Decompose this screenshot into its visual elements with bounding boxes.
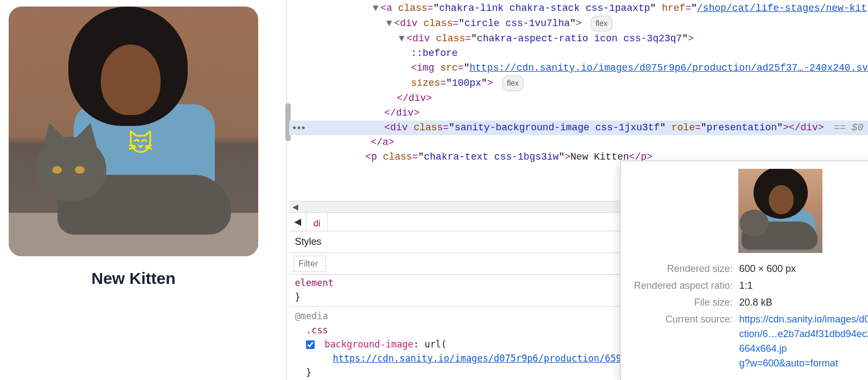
dom-close-div[interactable]: </div> xyxy=(289,106,868,121)
tab-styles[interactable]: Styles xyxy=(293,231,322,252)
twisty-icon[interactable]: ▼ xyxy=(371,1,380,16)
dom-close-div[interactable]: </div> xyxy=(289,91,868,106)
dom-node-div-aspect[interactable]: ▼<div class="chakra-aspect-ratio icon cs… xyxy=(289,31,868,46)
twisty-icon[interactable]: ▼ xyxy=(397,31,406,46)
label-rendered-size: Rendered size: xyxy=(630,261,736,277)
source-url-link[interactable]: https://cdn.sanity.io/images/d075r9p6/pr… xyxy=(739,314,868,369)
value-current-source[interactable]: https://cdn.sanity.io/images/d075r9p6/pr… xyxy=(736,311,868,372)
category-card[interactable]: New Kitten xyxy=(9,7,258,288)
image-hover-popover: Rendered size: 600 × 600 px Rendered asp… xyxy=(620,161,868,380)
dom-close-a[interactable]: </a> xyxy=(289,135,868,150)
dom-node-selected[interactable]: ••• <div class="sanity-background-image … xyxy=(289,121,868,135)
image-thumbnail xyxy=(738,169,822,253)
dom-node-a[interactable]: ▼<a class="chakra-link chakra-stack css-… xyxy=(289,1,868,16)
label-current-source: Current source: xyxy=(630,311,736,372)
property-toggle-checkbox[interactable] xyxy=(306,340,315,349)
card-caption: New Kitten xyxy=(9,269,258,288)
breadcrumb-item[interactable]: di xyxy=(307,213,327,231)
devtools-pane: ▼<a class="chakra-link chakra-stack css-… xyxy=(289,0,868,380)
styles-filter-input[interactable] xyxy=(293,256,326,272)
label-file-size: File size: xyxy=(630,294,736,311)
more-actions-icon[interactable]: ••• xyxy=(292,121,306,135)
label-aspect-ratio: Rendered aspect ratio: xyxy=(630,277,736,294)
breadcrumb-scroll-left[interactable]: ◀ xyxy=(289,213,307,231)
value-rendered-size: 600 × 600 px xyxy=(736,261,868,277)
scroll-left-icon[interactable]: ◀ xyxy=(289,201,301,213)
cat-face-icon xyxy=(125,126,156,156)
dom-node-div-circle[interactable]: ▼<div class="circle css-1vu7lha"> flex xyxy=(289,16,868,31)
dom-node-img-cont[interactable]: sizes="100px"> flex xyxy=(289,75,868,91)
page-preview-pane: New Kitten xyxy=(0,0,286,380)
flex-badge[interactable]: flex xyxy=(502,75,524,91)
value-aspect-ratio: 1:1 xyxy=(736,277,868,294)
value-file-size: 20.8 kB xyxy=(736,294,868,311)
dom-node-img[interactable]: <img src="https://cdn.sanity.io/images/d… xyxy=(289,61,868,75)
flex-badge[interactable]: flex xyxy=(591,16,612,31)
dom-pseudo-before[interactable]: ::before xyxy=(289,46,868,61)
eq0-indicator: == $0 xyxy=(834,122,863,133)
card-image xyxy=(9,7,258,256)
twisty-icon[interactable]: ▼ xyxy=(384,16,394,31)
